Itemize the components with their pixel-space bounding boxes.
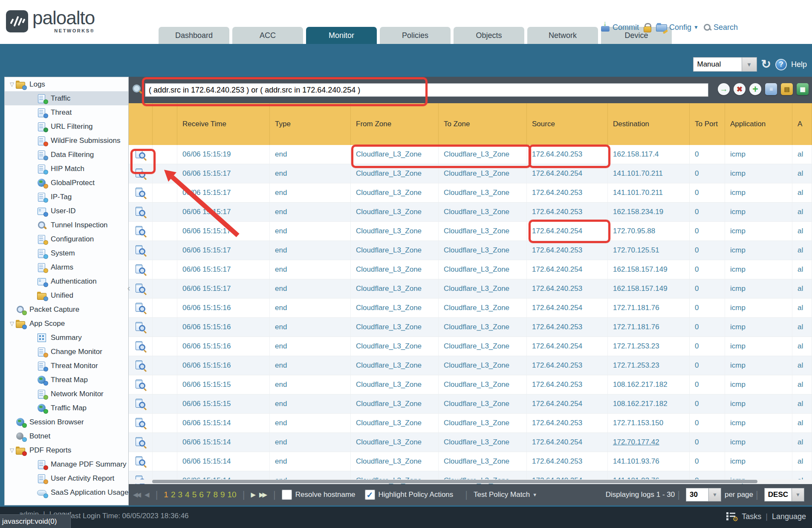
language-button[interactable]: Language <box>772 512 806 521</box>
sidebar-item-summary[interactable]: Summary <box>5 331 128 345</box>
expand-triangle-icon[interactable]: ▽ <box>8 81 16 87</box>
sidebar-item-authentication[interactable]: Authentication <box>5 274 128 288</box>
column-header-to-zone[interactable]: To Zone <box>439 103 527 145</box>
commit-button[interactable]: Commit <box>600 22 639 32</box>
page-number-10[interactable]: 10 <box>228 490 237 499</box>
log-detail-cell[interactable] <box>129 241 153 260</box>
per-page-select[interactable]: 30 ▼ <box>686 488 721 502</box>
log-detail-icon[interactable] <box>135 149 146 160</box>
page-number-8[interactable]: 8 <box>213 490 218 499</box>
log-detail-cell[interactable] <box>129 318 153 337</box>
log-detail-cell[interactable] <box>129 299 153 317</box>
log-detail-icon[interactable] <box>135 245 146 255</box>
last-page-button[interactable]: ▶▶ <box>259 491 267 499</box>
tab-objects[interactable]: Objects <box>454 27 524 44</box>
log-detail-icon[interactable] <box>135 168 146 179</box>
sidebar-item-traffic[interactable]: Traffic <box>5 91 128 105</box>
sidebar-item-network-monitor[interactable]: Network Monitor <box>5 387 128 401</box>
sidebar-item-alarms[interactable]: Alarms <box>5 260 128 274</box>
log-detail-icon[interactable] <box>135 303 146 313</box>
sidebar-item-ip-tag[interactable]: IP-Tag <box>5 190 128 204</box>
log-detail-cell[interactable] <box>129 279 153 298</box>
tab-acc[interactable]: ACC <box>232 27 303 44</box>
sidebar-item-url-filtering[interactable]: URL Filtering <box>5 119 128 133</box>
sidebar-item-tunnel-inspection[interactable]: Tunnel Inspection <box>5 218 128 232</box>
save-filter-icon[interactable]: ≡ <box>765 83 777 95</box>
config-button[interactable]: Config ▼ <box>656 23 699 32</box>
refresh-mode-select[interactable]: Manual ▼ <box>693 57 757 72</box>
column-header-type[interactable]: Type <box>270 103 351 145</box>
sidebar-item-manage-pdf-summary[interactable]: Manage PDF Summary <box>5 457 128 471</box>
column-header-a[interactable]: A <box>792 103 812 145</box>
horizontal-scrollbar[interactable] <box>129 479 812 484</box>
prev-page-button[interactable]: ◀ <box>144 491 150 499</box>
resolve-hostname-checkbox[interactable] <box>282 490 292 500</box>
sort-order-caret-icon[interactable]: ▼ <box>792 488 804 502</box>
page-number-5[interactable]: 5 <box>192 490 197 499</box>
tab-dashboard[interactable]: Dashboard <box>159 27 229 44</box>
apply-filter-icon[interactable]: → <box>718 83 730 95</box>
sidebar-item-session-browser[interactable]: Session Browser <box>5 415 128 429</box>
refresh-icon[interactable]: ↻ <box>761 58 771 70</box>
column-header-to-port[interactable]: To Port <box>690 103 725 145</box>
sidebar-item-saas-application-usage[interactable]: SaaS Application Usage <box>5 485 128 499</box>
tab-monitor[interactable]: Monitor <box>306 27 377 44</box>
export-icon[interactable]: ▦ <box>797 83 809 95</box>
log-detail-cell[interactable] <box>129 356 153 375</box>
load-filter-icon[interactable]: ▤ <box>781 83 793 95</box>
log-detail-icon[interactable] <box>135 399 146 409</box>
add-filter-icon[interactable]: + <box>749 83 761 95</box>
expand-triangle-icon[interactable]: ▽ <box>8 320 16 327</box>
page-number-9[interactable]: 9 <box>220 490 225 499</box>
log-detail-cell[interactable] <box>129 395 153 413</box>
log-detail-icon[interactable] <box>135 360 146 371</box>
sidebar-item-threat-monitor[interactable]: Threat Monitor <box>5 359 128 373</box>
sidebar-item-wildfire-submissions[interactable]: WildFire Submissions <box>5 133 128 148</box>
log-detail-icon[interactable] <box>135 226 146 236</box>
sidebar-item-system[interactable]: System <box>5 246 128 260</box>
sidebar-item-pdf-reports[interactable]: ▽PDF Reports <box>5 443 128 457</box>
log-filter-input[interactable] <box>145 83 708 97</box>
log-detail-icon[interactable] <box>135 341 146 351</box>
log-detail-icon[interactable] <box>135 322 146 332</box>
log-detail-cell[interactable] <box>129 260 153 279</box>
sidebar-item-packet-capture[interactable]: Packet Capture <box>5 302 128 316</box>
tasks-button[interactable]: Tasks <box>742 512 761 521</box>
log-detail-cell[interactable] <box>129 337 153 356</box>
horizontal-scrollbar-thumb[interactable] <box>152 480 757 483</box>
clear-filter-icon[interactable]: ✖ <box>734 83 746 95</box>
log-detail-icon[interactable] <box>135 437 146 447</box>
help-icon[interactable]: ? <box>775 59 787 70</box>
per-page-caret-icon[interactable]: ▼ <box>709 488 721 502</box>
search-button[interactable]: Search <box>703 23 738 32</box>
sidebar-item-threat-map[interactable]: Threat Map <box>5 373 128 387</box>
refresh-mode-caret-icon[interactable]: ▼ <box>742 57 757 72</box>
log-detail-icon[interactable] <box>135 380 146 390</box>
highlight-policy-actions-checkbox[interactable]: ✓ <box>365 490 375 500</box>
sidebar-item-data-filtering[interactable]: Data Filtering <box>5 148 128 162</box>
first-page-button[interactable]: ◀◀ <box>133 491 141 499</box>
tab-network[interactable]: Network <box>527 27 598 44</box>
page-number-1[interactable]: 1 <box>164 490 168 499</box>
sidebar-item-configuration[interactable]: Configuration <box>5 232 128 246</box>
expand-triangle-icon[interactable]: ▽ <box>8 447 16 453</box>
column-header-receive-time[interactable]: Receive Time <box>177 103 270 145</box>
log-detail-cell[interactable] <box>129 452 153 471</box>
sidebar-item-threat[interactable]: Threat <box>5 105 128 119</box>
column-header-source[interactable]: Source <box>527 103 608 145</box>
log-detail-cell[interactable] <box>129 164 153 183</box>
sidebar-item-hip-match[interactable]: HIP Match <box>5 162 128 176</box>
column-header-destination[interactable]: Destination <box>608 103 690 145</box>
test-policy-match-dropdown[interactable]: Test Policy Match ▼ <box>474 490 537 499</box>
log-detail-icon[interactable] <box>135 284 146 294</box>
destination-cell[interactable]: 172.70.177.42 <box>608 433 690 452</box>
sidebar-item-unified[interactable]: Unified <box>5 288 128 302</box>
sidebar-item-app-scope[interactable]: ▽App Scope <box>5 316 128 331</box>
log-detail-cell[interactable] <box>129 433 153 452</box>
log-detail-cell[interactable] <box>129 145 153 164</box>
next-page-button[interactable]: ▶ <box>251 491 256 499</box>
page-number-4[interactable]: 4 <box>185 490 190 499</box>
sidebar-item-globalprotect[interactable]: GlobalProtect <box>5 176 128 190</box>
log-detail-icon[interactable] <box>135 264 146 275</box>
column-header-from-zone[interactable]: From Zone <box>351 103 439 145</box>
